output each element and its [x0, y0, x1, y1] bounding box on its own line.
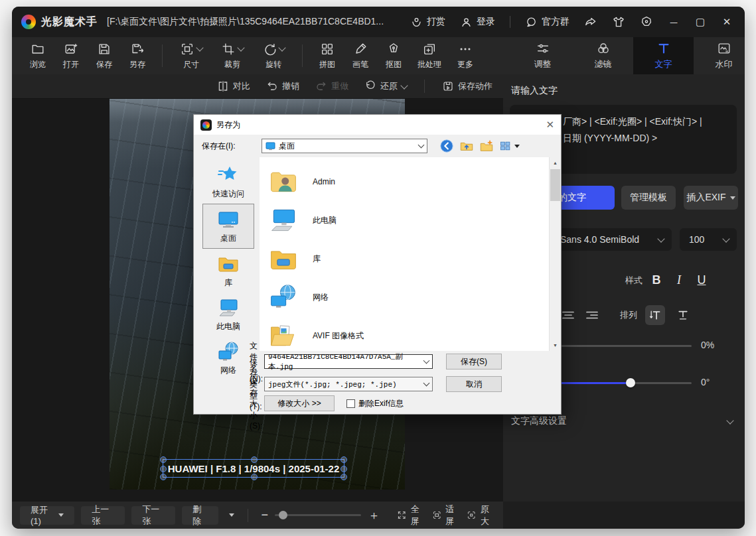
tab-text[interactable]: 文字	[633, 37, 694, 74]
file-type-select[interactable]: jpeg文件(*.jpg; *.jpeg; *.jpe)	[264, 377, 433, 391]
up-folder-button[interactable]	[459, 139, 474, 153]
sidebar-item-desktop[interactable]: 桌面	[202, 204, 254, 249]
angle-slider-handle[interactable]	[626, 378, 635, 387]
advanced-settings-toggle[interactable]: 文字高级设置	[511, 415, 733, 427]
font-size-select[interactable]: 100	[680, 228, 737, 251]
file-row-this-pc[interactable]: 此电脑	[269, 202, 337, 238]
insert-exif-button[interactable]: 插入EXIF	[684, 186, 738, 210]
tshirt-icon[interactable]	[612, 15, 625, 29]
sidebar-this-pc-label: 此电脑	[216, 321, 240, 332]
zoom-slider-handle[interactable]	[279, 511, 287, 519]
restore-dropdown-icon[interactable]	[400, 82, 408, 89]
dialog-save-button[interactable]: 保存(S)	[446, 354, 502, 369]
file-row-libraries[interactable]: 库	[269, 241, 321, 277]
official-group-button[interactable]: 官方群	[525, 16, 569, 29]
next-button[interactable]: 下一张	[131, 506, 175, 525]
zoom-slider[interactable]	[275, 514, 361, 516]
selection-handle[interactable]	[160, 456, 167, 463]
save-action-button[interactable]: 保存动作	[442, 80, 492, 92]
restore-button[interactable]: 还原	[364, 80, 407, 92]
batch-button[interactable]: 批处理	[410, 42, 449, 70]
new-folder-button[interactable]	[479, 139, 494, 153]
more-button[interactable]: 更多	[449, 42, 482, 70]
sidebar-item-quick-access[interactable]: 快速访问	[202, 160, 254, 204]
reward-button[interactable]: 打赏	[410, 16, 445, 29]
file-row-avif[interactable]: AVIF 图像格式	[269, 318, 364, 351]
tab-watermark[interactable]: 水印	[694, 37, 745, 74]
save-in-select[interactable]: 桌面	[262, 139, 427, 153]
resize-button[interactable]: 修改大小 >>	[264, 395, 335, 411]
maximize-button[interactable]: ▢	[694, 16, 706, 28]
view-menu-button[interactable]	[499, 139, 520, 153]
angle-slider[interactable]	[556, 382, 692, 384]
selection-handle[interactable]	[251, 456, 258, 463]
zoom-out-button[interactable]: −	[262, 508, 269, 522]
sidebar-item-libraries[interactable]: 库	[202, 249, 254, 293]
file-row-admin[interactable]: Admin	[269, 164, 335, 200]
vertical-text-button[interactable]	[645, 305, 665, 325]
opacity-slider[interactable]	[556, 345, 692, 347]
text-overlay-selection[interactable]: HUAWEI | F1.8 | 1/9804s | 2025-01-22	[163, 459, 344, 478]
browse-button[interactable]: 浏览	[21, 42, 54, 70]
scrollbar-thumb[interactable]	[550, 169, 560, 201]
horizontal-text-button[interactable]	[673, 305, 693, 325]
exif-overlay-text[interactable]: HUAWEI | F1.8 | 1/9804s | 2025-01-22	[168, 463, 340, 474]
crop-button[interactable]: 裁剪	[212, 42, 253, 70]
selection-handle[interactable]	[340, 466, 347, 472]
delete-exif-option[interactable]: 删除Exif信息	[346, 398, 404, 409]
original-size-button[interactable]: 原大	[467, 503, 495, 527]
selection-handle[interactable]	[340, 474, 347, 480]
collage-button[interactable]: 拼图	[311, 42, 344, 70]
zoom-in-button[interactable]: ＋	[368, 507, 380, 523]
compare-button[interactable]: 对比	[217, 80, 250, 92]
italic-button[interactable]: I	[670, 273, 688, 287]
sidebar-item-this-pc[interactable]: 此电脑	[202, 293, 254, 336]
dialog-close-button[interactable]: ✕	[546, 119, 554, 131]
file-name-input[interactable]: 9464EA21BB71C8CE4BD14A7D7A5A_副本.jpg	[264, 354, 433, 369]
prev-button[interactable]: 上一张	[81, 506, 125, 525]
undo-button[interactable]: 撤销	[266, 80, 299, 92]
rotate-dropdown-icon[interactable]	[278, 44, 285, 51]
crop-dropdown-icon[interactable]	[237, 44, 244, 51]
settings-icon[interactable]	[640, 15, 653, 29]
bold-button[interactable]: B	[648, 273, 665, 287]
cutout-button[interactable]: 抠图	[377, 42, 410, 70]
delete-dropdown-icon[interactable]	[229, 513, 234, 517]
close-button[interactable]: ✕	[721, 16, 733, 28]
align-center-icon[interactable]	[560, 307, 576, 323]
tab-filter[interactable]: 滤镜	[573, 37, 633, 74]
selection-handle[interactable]	[251, 474, 258, 480]
redo-button[interactable]: 重做	[315, 80, 348, 92]
size-button[interactable]: 尺寸	[171, 42, 212, 70]
scroll-up-icon[interactable]: ▲	[550, 157, 561, 168]
file-list[interactable]: Admin 此电脑 库 网络 AVIF 图像格式 ▲ ▼	[260, 157, 561, 351]
delete-exif-checkbox[interactable]	[346, 399, 355, 408]
back-button[interactable]	[439, 139, 454, 153]
brush-button[interactable]: 画笔	[344, 42, 377, 70]
file-list-scrollbar[interactable]: ▲ ▼	[549, 157, 561, 351]
underline-button[interactable]: U	[693, 273, 710, 287]
size-dropdown-icon[interactable]	[196, 44, 203, 51]
fit-screen-button[interactable]: 适屏	[432, 503, 461, 527]
dialog-cancel-button[interactable]: 取消	[446, 376, 502, 392]
expand-button[interactable]: 展开(1)	[20, 506, 74, 525]
selection-handle[interactable]	[160, 474, 167, 480]
align-right-icon[interactable]	[584, 307, 600, 323]
delete-button[interactable]: 删除	[182, 506, 218, 525]
save-button[interactable]: 保存	[88, 42, 121, 70]
login-button[interactable]: 登录	[460, 16, 495, 29]
manage-templates-button[interactable]: 管理模板	[621, 186, 676, 210]
selection-handle[interactable]	[160, 466, 167, 472]
fullscreen-button[interactable]: 全屏	[397, 503, 425, 527]
scroll-down-icon[interactable]: ▼	[550, 340, 561, 351]
selection-handle[interactable]	[340, 456, 347, 463]
minimize-button[interactable]: ─	[668, 17, 680, 28]
angle-slider-fill	[556, 382, 631, 384]
share-icon[interactable]	[584, 15, 597, 29]
tab-adjust[interactable]: 调整	[512, 37, 573, 74]
file-row-network[interactable]: 网络	[269, 279, 329, 315]
open-button[interactable]: 打开	[54, 42, 88, 70]
save-as-button[interactable]: 另存	[121, 42, 154, 70]
rotate-button[interactable]: 旋转	[253, 42, 294, 70]
dialog-titlebar[interactable]: 另存为 ✕	[194, 115, 561, 135]
